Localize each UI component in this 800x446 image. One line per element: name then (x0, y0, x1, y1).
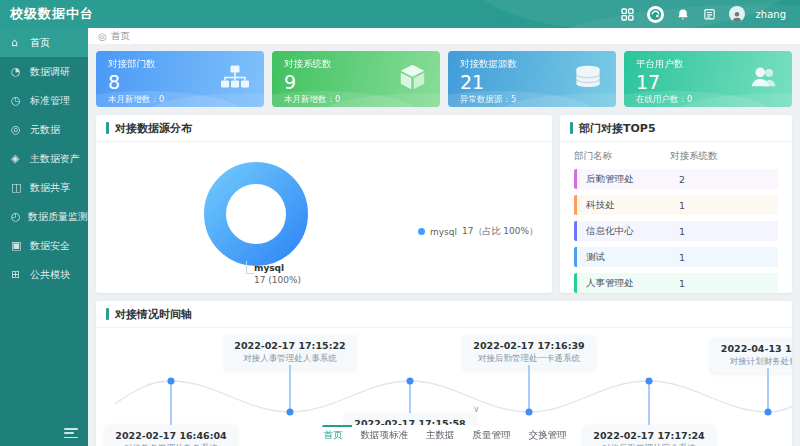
event-desc: 对接后勤管理处一卡通系统 (473, 353, 584, 365)
event-time: 2022-02-17 17:15:22 (234, 340, 345, 351)
dept-count: 1 (679, 226, 685, 237)
tab-data-item-standard[interactable]: 数据项标准 (352, 425, 418, 446)
donut-chart: mysql 17 (100%) mysql 17（占比 100%） (96, 141, 552, 293)
tab-exchange-mgmt[interactable]: 交换管理 (520, 425, 576, 446)
dept-count: 2 (679, 174, 685, 185)
dept-count: 1 (679, 278, 685, 289)
stat-card-datasources[interactable]: 对接数据源数 21 异常数据源：5 (448, 51, 616, 107)
table-row: 测试 1 (574, 247, 778, 267)
sidebar-item-common-modules[interactable]: ⊞ 公共模块 (0, 260, 88, 289)
timeline-dot[interactable] (526, 409, 533, 416)
stat-footer: 在线用户数：0 (636, 94, 780, 106)
stat-footer: 异常数据源：5 (460, 94, 604, 106)
stat-card-departments[interactable]: 对接部门数 8 本月新增数：0 (96, 51, 264, 107)
dept-name: 人事管理处 (577, 277, 679, 290)
panel-title: 部门对接TOP5 (560, 115, 792, 142)
sitemap-icon (220, 65, 250, 94)
callout-label: mysql (254, 263, 301, 273)
middle-row: 对接数据源分布 mysql 17 (100%) (96, 115, 792, 293)
report-icon[interactable] (702, 6, 718, 22)
apps-grid-icon[interactable] (620, 6, 636, 22)
panel-title: 对接数据源分布 (96, 115, 552, 142)
location-circle-icon: ◎ (98, 31, 107, 42)
panel-title: 对接情况时间轴 (96, 301, 792, 328)
table-row: 科技处 1 (574, 195, 778, 215)
timeline-panel: 对接情况时间轴 2022-02-17 16:46:04 对接教务管理处教务系统 … (96, 301, 792, 446)
breadcrumb[interactable]: ◎ 首页 (88, 28, 800, 45)
sidebar-item-standard-mgmt[interactable]: ◷ 标准管理 (0, 86, 88, 115)
home-icon: ⌂ (11, 36, 25, 49)
sidebar-item-label: 数据共享 (30, 181, 70, 195)
sidebar-item-metadata[interactable]: ◎ 元数据 (0, 115, 88, 144)
monitor-icon: ◴ (11, 210, 23, 223)
dept-name: 后勤管理处 (577, 173, 679, 186)
target-icon: ◎ (11, 123, 25, 136)
sidebar-collapse-icon[interactable] (64, 428, 78, 438)
sidebar-item-data-share[interactable]: ◫ 数据共享 (0, 173, 88, 202)
gauge-icon: ◔ (11, 65, 25, 78)
dashboard-content: 对接部门数 8 本月新增数：0 对接系统数 9 本月新增数：0 (88, 45, 800, 446)
bottom-tabbar: 首页 数据项标准 主数据 质量管理 交换管理 (312, 425, 578, 446)
shield-icon: ▣ (11, 239, 25, 252)
sidebar-item-label: 标准管理 (30, 94, 70, 108)
callout-value: 17 (100%) (254, 275, 301, 285)
user-avatar[interactable] (729, 6, 745, 22)
stat-card-users[interactable]: 平台用户数 17 在线用户数：0 (624, 51, 792, 107)
table-row: 后勤管理处 2 (574, 169, 778, 189)
legend-label: mysql (430, 227, 457, 237)
column-header-count: 对接系统数 (670, 150, 718, 163)
sidebar: ⌂ 首页 ◔ 数据调研 ◷ 标准管理 ◎ 元数据 ◈ 主数据资产 ◫ 数据共享 … (0, 28, 88, 446)
table-header: 部门名称 对接系统数 (560, 142, 792, 169)
chevron-down-icon[interactable]: ∨ (473, 404, 480, 414)
sidebar-item-label: 数据调研 (30, 65, 70, 79)
timeline-dot[interactable] (407, 378, 414, 385)
timeline-dot[interactable] (765, 409, 772, 416)
donut-callout: mysql 17 (100%) (244, 263, 301, 285)
sidebar-item-label: 公共模块 (30, 268, 70, 282)
sidebar-item-label: 数据安全 (30, 239, 70, 253)
gem-icon: ◈ (11, 152, 25, 165)
chart-legend-item[interactable]: mysql 17（占比 100%） (418, 225, 538, 238)
column-header-name: 部门名称 (574, 150, 670, 163)
dept-count: 1 (679, 252, 685, 263)
modules-icon: ⊞ (11, 268, 25, 281)
event-time: 2022-02-17 16:46:04 (115, 430, 226, 441)
stat-card-systems[interactable]: 对接系统数 9 本月新增数：0 (272, 51, 440, 107)
sidebar-item-data-security[interactable]: ▣ 数据安全 (0, 231, 88, 260)
sidebar-item-label: 首页 (30, 36, 50, 50)
username-label[interactable]: zhang (756, 9, 786, 20)
stat-footer: 本月新增数：0 (108, 94, 252, 106)
tab-master-data[interactable]: 主数据 (417, 425, 464, 446)
app-header: 校级数据中台 zhang (0, 0, 800, 28)
bell-icon[interactable] (675, 6, 691, 22)
theme-logo-icon[interactable] (647, 6, 664, 23)
share-icon: ◫ (11, 181, 25, 194)
header-actions: zhang (620, 6, 800, 23)
app-title: 校级数据中台 (0, 5, 94, 23)
datasource-distribution-panel: 对接数据源分布 mysql 17 (100%) (96, 115, 552, 293)
legend-dot-icon (418, 228, 425, 235)
table-row: 人事管理处 1 (574, 273, 778, 293)
tab-quality-mgmt[interactable]: 质量管理 (464, 425, 520, 446)
database-icon (574, 64, 602, 94)
dept-name: 测试 (577, 251, 679, 264)
event-time: 2022-02-17 17:17:24 (593, 430, 704, 441)
timeline-dot[interactable] (168, 378, 175, 385)
event-desc: 对接人事管理处人事系统 (234, 353, 345, 365)
table-row: 信息化中心 1 (574, 221, 778, 241)
sidebar-item-master-data[interactable]: ◈ 主数据资产 (0, 144, 88, 173)
legend-value: 17（占比 100%） (462, 225, 538, 238)
sidebar-item-label: 主数据资产 (30, 152, 80, 166)
users-icon (750, 65, 778, 93)
cube-icon (399, 64, 426, 95)
sidebar-item-home[interactable]: ⌂ 首页 (0, 28, 88, 57)
dept-count: 1 (679, 200, 685, 211)
sidebar-item-label: 元数据 (30, 123, 60, 137)
timeline-dot[interactable] (646, 378, 653, 385)
event-desc: 对接计划财务处财务 (721, 356, 792, 368)
sidebar-item-data-research[interactable]: ◔ 数据调研 (0, 57, 88, 86)
timeline-dot[interactable] (287, 409, 294, 416)
event-time: 2022-02-17 17:16:39 (473, 340, 584, 351)
clock-icon: ◷ (11, 94, 25, 107)
sidebar-item-quality-monitor[interactable]: ◴ 数据质量监测 (0, 202, 88, 231)
